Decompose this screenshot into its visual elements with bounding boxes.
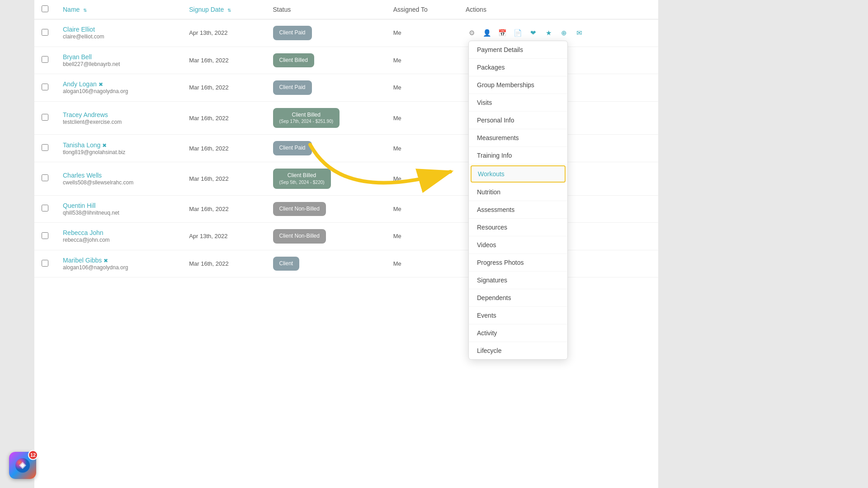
row-checkbox-cell bbox=[34, 74, 56, 102]
dropdown-item-assessments[interactable]: Assessments bbox=[469, 201, 567, 219]
client-name-cell: Bryan Bell bbell227@llebnayrb.net bbox=[56, 47, 182, 74]
status-badge: Client Non-Billed bbox=[273, 202, 326, 216]
assigned-to-cell: Me bbox=[386, 223, 458, 250]
client-name-link[interactable]: Tracey Andrews bbox=[63, 111, 175, 118]
status-cell: Client Paid bbox=[266, 74, 386, 102]
client-name-link[interactable]: Quentin Hill bbox=[63, 202, 175, 209]
name-column-header[interactable]: Name ⇅ bbox=[56, 0, 182, 19]
signup-date-column-header[interactable]: Signup Date ⇅ bbox=[182, 0, 265, 19]
signup-date-cell: Mar 16th, 2022 bbox=[182, 250, 265, 277]
star-action-icon[interactable]: ★ bbox=[542, 27, 555, 39]
row-checkbox-cell bbox=[34, 162, 56, 195]
signup-date-cell: Mar 16th, 2022 bbox=[182, 47, 265, 74]
assigned-to-cell: Me bbox=[386, 74, 458, 102]
client-email: bbell227@llebnayrb.net bbox=[63, 61, 120, 67]
status-badge: Client Billed(Sep 17th, 2024 - $251.90) bbox=[273, 108, 340, 128]
client-name-link[interactable]: Bryan Bell bbox=[63, 53, 175, 61]
calendar-action-icon[interactable]: 📅 bbox=[496, 27, 509, 39]
heart-action-icon[interactable]: ❤ bbox=[527, 27, 540, 39]
dropdown-item-group-memberships[interactable]: Group Memberships bbox=[469, 76, 567, 94]
status-badge: Client Billed(Sep 5th, 2024 - $220) bbox=[273, 169, 331, 189]
user-action-icon[interactable]: 👤 bbox=[481, 27, 494, 39]
assigned-to-cell: Me bbox=[386, 195, 458, 223]
status-cell: Client Billed(Sep 5th, 2024 - $220) bbox=[266, 162, 386, 195]
row-checkbox-cell bbox=[34, 195, 56, 223]
dropdown-item-signatures[interactable]: Signatures bbox=[469, 272, 567, 289]
status-cell: Client Non-Billed bbox=[266, 223, 386, 250]
row-checkbox[interactable] bbox=[42, 56, 48, 63]
status-badge: Client bbox=[273, 257, 300, 271]
client-name-cell: Tracey Andrews testclient@exercise.com bbox=[56, 101, 182, 135]
client-email: claire@elliot.com bbox=[63, 33, 104, 40]
dropdown-item-measurements[interactable]: Measurements bbox=[469, 129, 567, 147]
client-email: testclient@exercise.com bbox=[63, 119, 122, 125]
status-badge: Client Paid bbox=[273, 80, 312, 95]
client-name-cell: Claire Elliot claire@elliot.com bbox=[56, 19, 182, 47]
dropdown-item-events[interactable]: Events bbox=[469, 307, 567, 324]
dock-app-logo bbox=[14, 457, 31, 474]
dropdown-item-payment-details[interactable]: Payment Details bbox=[469, 41, 567, 59]
row-checkbox[interactable] bbox=[42, 260, 48, 267]
client-email: alogan106@nagolydna.org bbox=[63, 88, 128, 94]
assigned-to-cell: Me bbox=[386, 19, 458, 47]
dropdown-item-visits[interactable]: Visits bbox=[469, 94, 567, 112]
status-cell: Client Non-Billed bbox=[266, 195, 386, 223]
row-checkbox[interactable] bbox=[42, 144, 48, 151]
dropdown-item-personal-info[interactable]: Personal Info bbox=[469, 112, 567, 129]
dropdown-item-lifecycle[interactable]: Lifecycle bbox=[469, 342, 567, 359]
row-checkbox[interactable] bbox=[42, 232, 48, 239]
status-cell: Client Billed(Sep 17th, 2024 - $251.90) bbox=[266, 101, 386, 135]
assigned-to-column-header: Assigned To bbox=[386, 0, 458, 19]
dock-badge: 12 bbox=[28, 450, 38, 460]
client-name-link[interactable]: Rebecca John bbox=[63, 229, 175, 236]
row-checkbox-cell bbox=[34, 223, 56, 250]
row-checkbox-cell bbox=[34, 19, 56, 47]
dock-app-icon[interactable]: 12 bbox=[9, 452, 36, 479]
client-name-link[interactable]: Charles Wells bbox=[63, 172, 175, 179]
row-checkbox[interactable] bbox=[42, 174, 48, 181]
client-email: cwells508@sllewselrahc.com bbox=[63, 179, 133, 186]
client-name-link[interactable]: Tanisha Long✖ bbox=[63, 141, 175, 149]
client-name-link[interactable]: Andy Logan✖ bbox=[63, 80, 175, 88]
dropdown-item-training-info[interactable]: Training Info bbox=[469, 147, 567, 164]
gear-action-icon[interactable]: ⚙ bbox=[466, 27, 478, 39]
select-all-checkbox[interactable] bbox=[42, 5, 48, 12]
dropdown-item-activity[interactable]: Activity bbox=[469, 324, 567, 342]
row-checkbox-cell bbox=[34, 135, 56, 162]
assigned-to-cell: Me bbox=[386, 250, 458, 277]
client-name-cell: Charles Wells cwells508@sllewselrahc.com bbox=[56, 162, 182, 195]
client-email: tlong819@gnolahsinat.biz bbox=[63, 149, 125, 155]
assigned-to-cell: Me bbox=[386, 135, 458, 162]
signup-date-cell: Mar 16th, 2022 bbox=[182, 162, 265, 195]
plus-action-icon[interactable]: ⊕ bbox=[558, 27, 571, 39]
status-badge: Client Billed bbox=[273, 53, 314, 68]
dropdown-item-workouts[interactable]: Workouts bbox=[471, 165, 566, 183]
dropdown-item-progress-photos[interactable]: Progress Photos bbox=[469, 254, 567, 272]
name-sort-icon: ⇅ bbox=[83, 8, 87, 13]
dropdown-item-videos[interactable]: Videos bbox=[469, 236, 567, 254]
client-name-link[interactable]: Claire Elliot bbox=[63, 26, 175, 33]
status-badge: Client Non-Billed bbox=[273, 229, 326, 244]
client-name-cell: Andy Logan✖ alogan106@nagolydna.org bbox=[56, 74, 182, 102]
client-name-link[interactable]: Maribel Gibbs✖ bbox=[63, 257, 175, 264]
status-badge: Client Paid bbox=[273, 26, 312, 40]
status-cell: Client Paid bbox=[266, 135, 386, 162]
emoji-icon: ✖ bbox=[99, 81, 103, 88]
row-checkbox[interactable] bbox=[42, 84, 48, 90]
row-checkbox[interactable] bbox=[42, 205, 48, 211]
signup-date-cell: Mar 16th, 2022 bbox=[182, 101, 265, 135]
status-cell: Client bbox=[266, 250, 386, 277]
emoji-icon: ✖ bbox=[104, 258, 108, 264]
dropdown-item-dependents[interactable]: Dependents bbox=[469, 289, 567, 307]
row-checkbox[interactable] bbox=[42, 114, 48, 121]
dropdown-item-packages[interactable]: Packages bbox=[469, 59, 567, 76]
signup-date-cell: Mar 16th, 2022 bbox=[182, 195, 265, 223]
dropdown-item-nutrition[interactable]: Nutrition bbox=[469, 183, 567, 201]
client-name-cell: Tanisha Long✖ tlong819@gnolahsinat.biz bbox=[56, 135, 182, 162]
row-checkbox[interactable] bbox=[42, 29, 48, 36]
mail-action-icon[interactable]: ✉ bbox=[573, 27, 586, 39]
main-container: Name ⇅ Signup Date ⇅ Status Assigned To … bbox=[34, 0, 658, 488]
doc-action-icon[interactable]: 📄 bbox=[512, 27, 524, 39]
assigned-to-cell: Me bbox=[386, 47, 458, 74]
dropdown-item-resources[interactable]: Resources bbox=[469, 219, 567, 236]
